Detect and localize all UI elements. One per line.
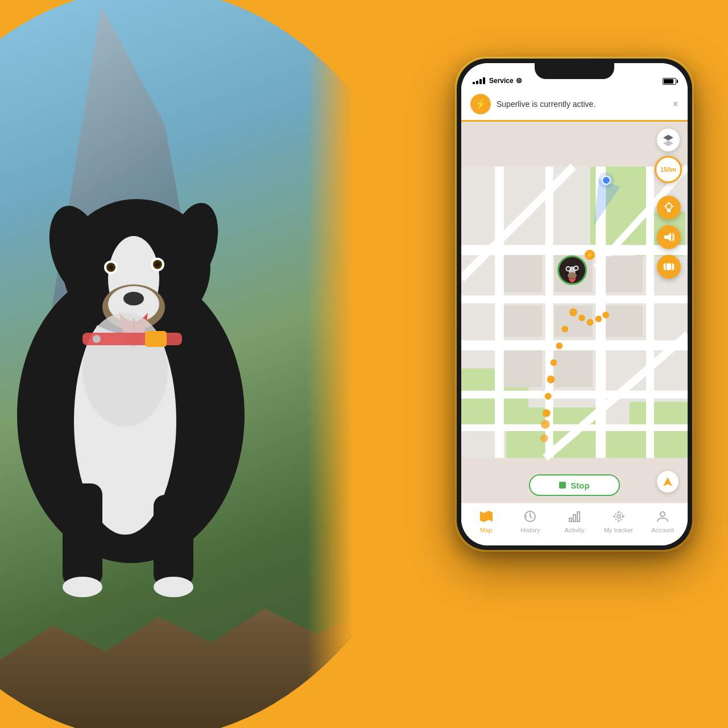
map-roads bbox=[461, 122, 688, 503]
svg-point-69 bbox=[566, 267, 570, 271]
superlive-text: Superlive is currently active. bbox=[497, 100, 667, 109]
svg-rect-50 bbox=[606, 256, 643, 292]
svg-point-6 bbox=[123, 292, 144, 305]
history-nav-icon bbox=[524, 510, 536, 525]
svg-rect-90 bbox=[573, 515, 576, 522]
svg-marker-73 bbox=[663, 140, 673, 146]
sound-button[interactable] bbox=[657, 225, 681, 249]
svg-rect-22 bbox=[145, 331, 167, 347]
wifi-icon: ⊜ bbox=[516, 76, 522, 85]
svg-rect-17 bbox=[154, 495, 193, 586]
svg-rect-16 bbox=[63, 483, 102, 586]
phone-mockup: Service ⊜ ⚡ Superlive is currently activ… bbox=[455, 57, 694, 552]
nav-item-my-tracker[interactable]: My tracker bbox=[597, 507, 641, 536]
action-buttons-panel bbox=[657, 196, 681, 279]
signal-icon bbox=[473, 77, 485, 84]
svg-rect-37 bbox=[545, 167, 553, 458]
svg-rect-91 bbox=[577, 512, 580, 522]
svg-rect-43 bbox=[504, 255, 542, 292]
dog-photo-area bbox=[0, 0, 353, 728]
svg-marker-72 bbox=[663, 135, 673, 140]
nav-item-activity[interactable]: Activity bbox=[552, 507, 597, 536]
svg-marker-87 bbox=[480, 511, 493, 522]
svg-point-74 bbox=[666, 204, 672, 209]
map-layers-button[interactable] bbox=[657, 129, 680, 151]
battery-icon bbox=[663, 78, 676, 85]
my-tracker-nav-label: My tracker bbox=[604, 527, 633, 533]
pet-location-avatar[interactable] bbox=[557, 255, 587, 285]
svg-rect-81 bbox=[667, 263, 671, 270]
svg-point-20 bbox=[82, 313, 168, 427]
activity-nav-icon bbox=[568, 510, 581, 525]
svg-point-93 bbox=[615, 512, 623, 520]
svg-rect-48 bbox=[504, 350, 542, 387]
light-button[interactable] bbox=[657, 196, 681, 220]
stop-label: Stop bbox=[570, 481, 589, 490]
my-tracker-nav-icon bbox=[613, 510, 625, 525]
activity-nav-label: Activity bbox=[565, 527, 585, 533]
svg-rect-45 bbox=[504, 305, 542, 337]
svg-rect-79 bbox=[667, 209, 671, 212]
svg-point-67 bbox=[568, 272, 577, 279]
map-nav-label: Map bbox=[480, 527, 492, 533]
svg-point-23 bbox=[93, 335, 101, 343]
account-nav-label: Account bbox=[651, 527, 674, 533]
map-nav-icon bbox=[479, 510, 493, 525]
phone-notch bbox=[535, 63, 614, 79]
svg-rect-36 bbox=[495, 167, 504, 458]
nav-item-map[interactable]: Map bbox=[464, 507, 508, 536]
stop-icon bbox=[559, 482, 566, 489]
svg-point-92 bbox=[617, 515, 621, 518]
superlive-active-badge: ⚡ bbox=[585, 250, 595, 260]
nav-item-account[interactable]: Account bbox=[640, 507, 685, 536]
pet-avatar-image bbox=[559, 257, 585, 283]
user-location-dot bbox=[602, 176, 611, 185]
svg-point-71 bbox=[574, 267, 578, 270]
svg-rect-46 bbox=[555, 305, 593, 337]
svg-point-18 bbox=[63, 577, 102, 597]
svg-rect-49 bbox=[555, 350, 593, 387]
svg-point-94 bbox=[660, 512, 665, 516]
superlive-close-button[interactable]: × bbox=[672, 99, 679, 109]
superlive-banner: ⚡ Superlive is currently active. × bbox=[461, 88, 688, 122]
svg-point-13 bbox=[155, 262, 160, 267]
superlive-icon: ⚡ bbox=[470, 94, 491, 114]
svg-rect-89 bbox=[569, 518, 572, 522]
nav-item-history[interactable]: History bbox=[508, 507, 553, 536]
svg-point-10 bbox=[109, 265, 113, 270]
stop-tracking-button[interactable]: Stop bbox=[529, 474, 620, 496]
svg-marker-86 bbox=[663, 477, 672, 486]
vibrate-button[interactable] bbox=[657, 255, 681, 279]
svg-rect-47 bbox=[606, 305, 643, 337]
account-nav-icon bbox=[656, 510, 669, 525]
distance-indicator: 150m bbox=[655, 156, 682, 183]
svg-marker-80 bbox=[664, 233, 671, 242]
dog-illustration bbox=[0, 85, 324, 597]
svg-point-19 bbox=[154, 577, 193, 597]
map-view[interactable]: ⚡ 150m bbox=[461, 122, 688, 503]
bottom-navigation: Map History bbox=[461, 503, 688, 545]
carrier-label: Service bbox=[489, 77, 514, 85]
history-nav-label: History bbox=[520, 527, 540, 533]
navigation-arrow-button[interactable] bbox=[657, 471, 679, 493]
